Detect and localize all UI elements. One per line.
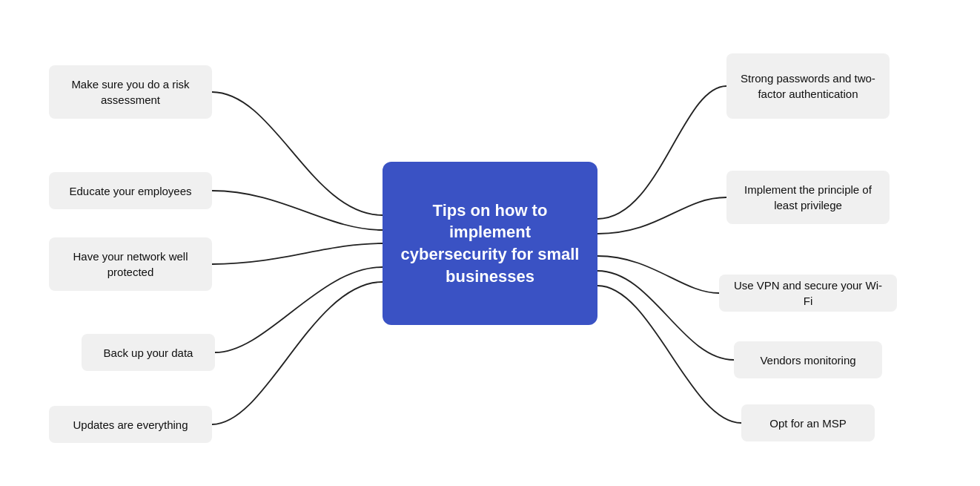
- node-passwords: Strong passwords and two-factor authenti…: [726, 53, 890, 119]
- node-least-privilege: Implement the principle of least privile…: [726, 171, 890, 224]
- mind-map: Tips on how to implement cybersecurity f…: [0, 0, 980, 486]
- node-updates: Updates are everything: [49, 406, 212, 443]
- node-vendors: Vendors monitoring: [734, 341, 882, 378]
- node-vpn: Use VPN and secure your Wi-Fi: [719, 275, 897, 312]
- center-node: Tips on how to implement cybersecurity f…: [383, 162, 597, 325]
- node-network-protection: Have your network well protected: [49, 237, 212, 291]
- node-educate-employees: Educate your employees: [49, 172, 212, 209]
- node-risk-assessment: Make sure you do a risk assessment: [49, 65, 212, 119]
- node-backup-data: Back up your data: [82, 334, 215, 371]
- center-title: Tips on how to implement cybersecurity f…: [394, 200, 586, 288]
- node-msp: Opt for an MSP: [741, 404, 875, 441]
